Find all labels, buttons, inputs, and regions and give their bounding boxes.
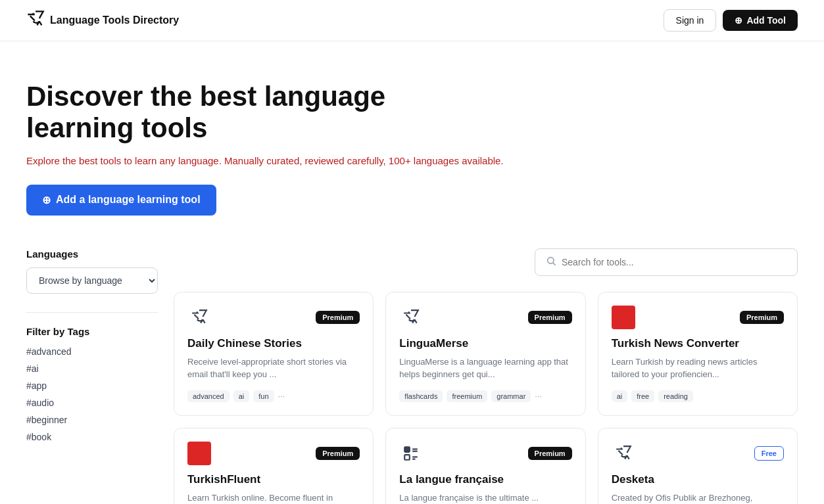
card-header: Premium bbox=[187, 306, 360, 329]
hero-heading: Discover the best language learning tool… bbox=[26, 81, 500, 145]
card-description: Learn Turkish by reading news articles t… bbox=[612, 355, 784, 381]
tag-chip[interactable]: advanced bbox=[187, 390, 230, 402]
hero-section: Discover the best language learning tool… bbox=[0, 41, 824, 235]
hero-subtitle: Explore the best tools to learn any lang… bbox=[26, 155, 798, 166]
add-learning-tool-button[interactable]: ⊕ Add a language learning tool bbox=[26, 185, 216, 216]
header-actions: Sign in ⊕ Add Tool bbox=[664, 9, 798, 32]
tag-list: #advanced #ai #app #audio #beginner #boo… bbox=[26, 346, 158, 442]
card-tags: ai free reading bbox=[612, 390, 784, 402]
tag-item-beginner[interactable]: #beginner bbox=[26, 415, 158, 425]
languages-section: Languages Browse by language English Spa… bbox=[26, 248, 158, 294]
badge-premium: Premium bbox=[316, 447, 360, 460]
card-header: Free bbox=[612, 442, 784, 465]
badge-premium: Premium bbox=[528, 311, 572, 324]
header: Language Tools Directory Sign in ⊕ Add T… bbox=[0, 0, 824, 41]
tag-chip[interactable]: reading bbox=[658, 390, 693, 402]
logo-area: Language Tools Directory bbox=[26, 10, 179, 31]
card-icon-red-square bbox=[612, 306, 635, 329]
languages-title: Languages bbox=[26, 248, 158, 260]
search-icon bbox=[546, 256, 556, 269]
card-turkish-news-converter[interactable]: Premium Turkish News Converter Learn Tur… bbox=[598, 292, 798, 416]
card-desketa[interactable]: Free Desketa Created by Ofis Publik ar B… bbox=[598, 428, 798, 504]
card-title: La langue française bbox=[399, 473, 571, 486]
signin-button[interactable]: Sign in bbox=[664, 9, 717, 32]
card-turkishfluent[interactable]: Premium TurkishFluent Learn Turkish onli… bbox=[174, 428, 374, 504]
plus-circle-icon-hero: ⊕ bbox=[42, 194, 51, 206]
card-header: Premium bbox=[399, 442, 571, 465]
sidebar-divider bbox=[26, 312, 158, 313]
filter-tags-title: Filter by Tags bbox=[26, 326, 158, 337]
search-bar bbox=[535, 248, 798, 276]
tag-item-book[interactable]: #book bbox=[26, 432, 158, 442]
tag-item-advanced[interactable]: #advanced bbox=[26, 346, 158, 357]
card-header: Premium bbox=[399, 306, 571, 329]
card-description: Created by Ofis Publik ar Brezhoneg, bbox=[612, 492, 784, 504]
card-icon-blue-bar bbox=[399, 442, 423, 465]
card-tags: flashcards freemium grammar ··· bbox=[399, 390, 571, 402]
cards-grid: Premium Daily Chinese Stories Receive le… bbox=[174, 292, 798, 504]
card-description: La langue française is the ultimate ... bbox=[399, 492, 571, 504]
site-title: Language Tools Directory bbox=[50, 14, 179, 26]
card-tags: advanced ai fun ··· bbox=[187, 390, 360, 402]
badge-premium: Premium bbox=[528, 447, 572, 460]
card-header: Premium bbox=[187, 442, 360, 465]
tag-chip[interactable]: freemium bbox=[447, 390, 487, 402]
card-icon-red-square bbox=[187, 442, 211, 465]
main-content: Languages Browse by language English Spa… bbox=[0, 235, 824, 504]
card-linguamerse[interactable]: Premium LinguaMerse LinguaMerse is a lan… bbox=[385, 292, 585, 416]
card-la-langue-francaise[interactable]: Premium La langue française La langue fr… bbox=[385, 428, 585, 504]
card-daily-chinese-stories[interactable]: Premium Daily Chinese Stories Receive le… bbox=[174, 292, 374, 416]
tag-chip[interactable]: free bbox=[631, 390, 654, 402]
search-input[interactable] bbox=[562, 257, 787, 267]
card-icon-translate bbox=[612, 442, 635, 465]
card-description: Receive level-appropriate short stories … bbox=[187, 355, 360, 381]
card-description: Learn Turkish online. Become fluent in T… bbox=[187, 492, 360, 504]
sidebar: Languages Browse by language English Spa… bbox=[26, 248, 158, 504]
tag-chip[interactable]: fun bbox=[253, 390, 274, 402]
plus-circle-icon: ⊕ bbox=[735, 15, 742, 26]
search-bar-row bbox=[174, 248, 798, 276]
svg-line-1 bbox=[553, 263, 556, 265]
svg-point-0 bbox=[548, 257, 554, 263]
content-area: Premium Daily Chinese Stories Receive le… bbox=[174, 248, 798, 504]
tag-chip[interactable]: ai bbox=[233, 390, 250, 402]
badge-free: Free bbox=[754, 446, 784, 461]
svg-rect-3 bbox=[405, 455, 410, 460]
more-tags-icon[interactable]: ··· bbox=[278, 391, 285, 401]
tag-item-ai[interactable]: #ai bbox=[26, 363, 158, 374]
tag-item-app[interactable]: #app bbox=[26, 380, 158, 391]
card-description: LinguaMerse is a language learning app t… bbox=[399, 355, 571, 381]
tag-item-audio[interactable]: #audio bbox=[26, 398, 158, 408]
card-title: Turkish News Converter bbox=[612, 337, 784, 350]
card-header: Premium bbox=[612, 306, 784, 329]
more-tags-icon[interactable]: ··· bbox=[535, 391, 542, 401]
language-select[interactable]: Browse by language English Spanish Frenc… bbox=[26, 267, 158, 294]
tag-chip[interactable]: flashcards bbox=[399, 390, 443, 402]
card-title: TurkishFluent bbox=[187, 473, 360, 486]
translate-icon bbox=[26, 10, 45, 31]
card-title: Daily Chinese Stories bbox=[187, 337, 360, 350]
card-title: Desketa bbox=[612, 473, 784, 486]
card-icon-translate bbox=[187, 306, 211, 329]
tag-chip[interactable]: ai bbox=[612, 390, 628, 402]
tag-chip[interactable]: grammar bbox=[491, 390, 531, 402]
badge-premium: Premium bbox=[740, 311, 784, 324]
badge-premium: Premium bbox=[316, 311, 360, 324]
card-title: LinguaMerse bbox=[399, 337, 571, 350]
add-tool-button[interactable]: ⊕ Add Tool bbox=[723, 10, 798, 31]
svg-rect-2 bbox=[405, 447, 410, 452]
card-icon-translate bbox=[399, 306, 423, 329]
